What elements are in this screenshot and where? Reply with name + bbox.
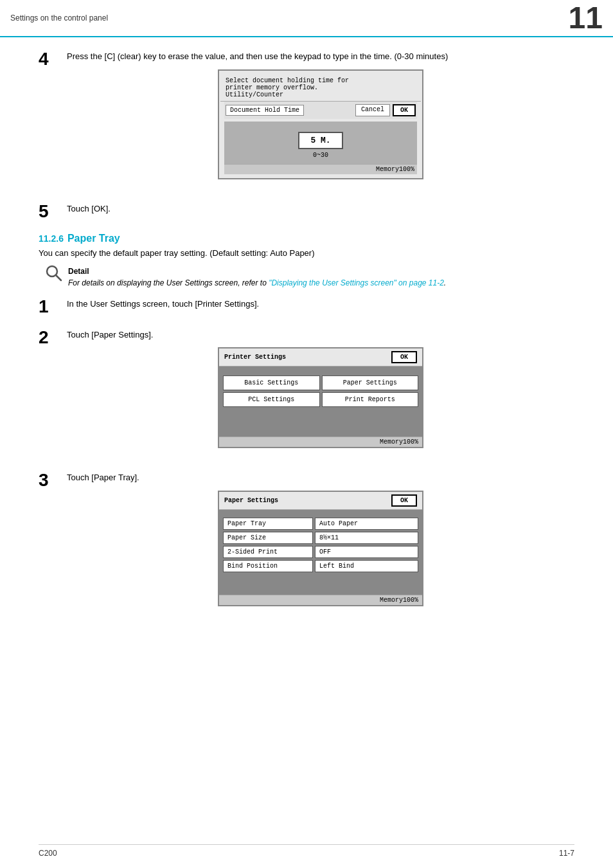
sub-step-2: 2 Touch [Paper Settings]. Printer Settin… (39, 329, 574, 460)
header-title: Settings on the control panel (10, 14, 108, 23)
footer-left: C200 (39, 849, 57, 858)
sub-step-1-num: 1 (39, 298, 67, 316)
pt-screen-title: Paper Settings (224, 497, 278, 504)
pt-row1-right: Auto Paper (315, 518, 418, 530)
step-4: 4 Press the [C] (clear) key to erase the… (39, 50, 574, 191)
ps-screen-title: Printer Settings (224, 354, 286, 361)
sub-step-3-screen-wrap: Paper Settings OK Paper Tray Auto Paper … (67, 491, 574, 606)
pt-row-4: Bind Position Left Bind (223, 560, 418, 572)
sub-step-2-text: Touch [Paper Settings]. (67, 329, 574, 341)
pt-spacer (223, 574, 418, 593)
ps-screen-body: Basic Settings Paper Settings PCL Settin… (219, 366, 422, 437)
detail-label: Detail (68, 267, 446, 276)
screen-tab-label: Document Hold Time (226, 105, 304, 116)
screen-ok-btn[interactable]: OK (393, 104, 416, 116)
step-4-text: Press the [C] (clear) key to erase the v… (67, 50, 574, 63)
pt-row4-right: Left Bind (315, 560, 418, 572)
section-desc: You can specify the default paper tray s… (39, 248, 574, 258)
pt-row3-right: OFF (315, 546, 418, 558)
sub-step-2-num: 2 (39, 329, 67, 347)
ps-spacer (223, 407, 418, 433)
step-4-screen-inner: Select document holding time for printer… (219, 71, 422, 178)
pt-row3-left[interactable]: 2-Sided Print (223, 546, 313, 558)
sub-step-3-body: Touch [Paper Tray]. Paper Settings OK Pa… (67, 471, 574, 618)
section-heading: 11.2.6 Paper Tray (39, 233, 574, 244)
printer-settings-screen: Printer Settings OK Basic Settings Paper… (218, 347, 423, 448)
step-4-num: 4 (39, 50, 67, 68)
paper-settings-screen: Paper Settings OK Paper Tray Auto Paper … (218, 491, 423, 606)
pt-screen-header: Paper Settings OK (219, 492, 422, 510)
pt-row-1: Paper Tray Auto Paper (223, 518, 418, 530)
step-5-text: Touch [OK]. (67, 203, 574, 215)
sub-step-3-num: 3 (39, 471, 67, 489)
step-5-body: Touch [OK]. (67, 203, 574, 222)
screen-line3: Utility/Counter (224, 91, 417, 101)
screen-range: 0~30 (229, 152, 412, 159)
screen-line2: printer memory overflow. (224, 84, 417, 91)
section-num: 11.2.6 (39, 233, 64, 244)
ps-btn-pcl[interactable]: PCL Settings (223, 392, 320, 407)
footer-right: 11-7 (559, 849, 574, 858)
svg-line-1 (56, 275, 61, 280)
detail-box: Detail For details on displaying the Use… (45, 267, 574, 289)
magnifier-icon (45, 264, 63, 286)
ps-grid: Basic Settings Paper Settings PCL Settin… (223, 375, 418, 407)
pt-ok-btn[interactable]: OK (391, 494, 417, 507)
header-page-num: 11 (569, 3, 603, 33)
ps-btn-basic[interactable]: Basic Settings (223, 375, 320, 390)
pt-footer: Memory100% (219, 595, 422, 605)
section-title: Paper Tray (67, 233, 120, 244)
ps-footer: Memory100% (219, 437, 422, 447)
ps-ok-btn[interactable]: OK (391, 351, 417, 363)
page-footer: C200 11-7 (39, 844, 574, 858)
screen-cancel-btn[interactable]: Cancel (355, 104, 390, 116)
pt-row4-left[interactable]: Bind Position (223, 560, 313, 572)
screen-value: 5 M. (298, 132, 343, 149)
sub-step-1-text: In the User Settings screen, touch [Prin… (67, 298, 574, 311)
detail-content: Detail For details on displaying the Use… (68, 267, 446, 289)
pt-screen-body: Paper Tray Auto Paper Paper Size 8½×11 2… (219, 510, 422, 595)
detail-link[interactable]: "Displaying the User Settings screen" on… (269, 278, 444, 287)
pt-row-2: Paper Size 8½×11 (223, 532, 418, 544)
pt-row2-left[interactable]: Paper Size (223, 532, 313, 544)
sub-step-3-text: Touch [Paper Tray]. (67, 471, 574, 484)
screen-status-1: Memory100% (224, 164, 417, 174)
detail-text-prefix: For details on displaying the User Setti… (68, 278, 269, 287)
sub-step-1: 1 In the User Settings screen, touch [Pr… (39, 298, 574, 317)
ps-btn-paper[interactable]: Paper Settings (322, 375, 419, 390)
pt-row1-left[interactable]: Paper Tray (223, 518, 313, 530)
detail-text-suffix: . (444, 278, 446, 287)
header-bar: Settings on the control panel 11 (0, 0, 613, 37)
pt-row2-right: 8½×11 (315, 532, 418, 544)
step-4-screen-wrap: Select document holding time for printer… (67, 69, 574, 179)
sub-step-2-body: Touch [Paper Settings]. Printer Settings… (67, 329, 574, 460)
main-content: 4 Press the [C] (clear) key to erase the… (0, 37, 613, 655)
sub-step-1-body: In the User Settings screen, touch [Prin… (67, 298, 574, 317)
screen-line1: Select document holding time for (224, 75, 417, 84)
step-4-screen: Select document holding time for printer… (218, 69, 423, 179)
step-5-num: 5 (39, 203, 67, 221)
detail-text: For details on displaying the User Setti… (68, 277, 446, 289)
step-4-body: Press the [C] (clear) key to erase the v… (67, 50, 574, 191)
ps-btn-reports[interactable]: Print Reports (322, 392, 419, 407)
sub-step-2-screen-wrap: Printer Settings OK Basic Settings Paper… (67, 347, 574, 448)
step-5: 5 Touch [OK]. (39, 203, 574, 222)
ps-screen-header: Printer Settings OK (219, 348, 422, 366)
sub-step-3: 3 Touch [Paper Tray]. Paper Settings OK … (39, 471, 574, 618)
pt-row-3: 2-Sided Print OFF (223, 546, 418, 558)
